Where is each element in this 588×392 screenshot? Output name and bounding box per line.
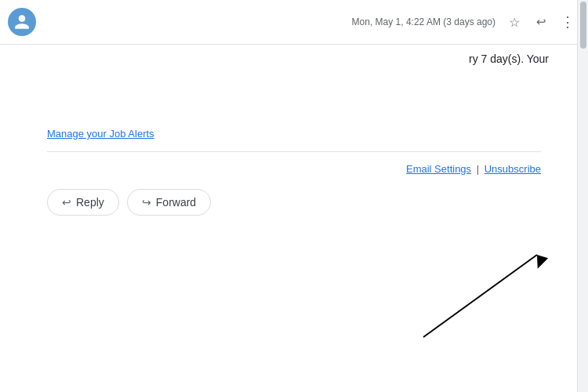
forward-btn-icon: ↪ bbox=[142, 196, 151, 209]
svg-marker-1 bbox=[531, 251, 549, 269]
email-divider bbox=[47, 151, 541, 152]
svg-line-0 bbox=[423, 255, 537, 337]
scrollbar-thumb[interactable] bbox=[580, 2, 586, 49]
reply-action-label: Reply bbox=[76, 196, 104, 209]
action-buttons: ↩ Reply ↪ Forward bbox=[39, 178, 549, 216]
email-container: Mon, May 1, 4:22 AM (3 days ago) ☆ ↩ ⋮ r… bbox=[0, 0, 588, 392]
forward-action-button[interactable]: ↪ Forward bbox=[127, 189, 211, 216]
annotation-arrow bbox=[416, 243, 557, 345]
email-body: ry 7 day(s). Your Manage your Job Alerts… bbox=[0, 45, 588, 216]
reply-action-button[interactable]: ↩ Reply bbox=[47, 189, 119, 216]
email-content-snippet: ry 7 day(s). Your bbox=[39, 45, 549, 65]
email-settings-link[interactable]: Email Settings bbox=[406, 163, 471, 175]
manage-job-alerts-link[interactable]: Manage your Job Alerts bbox=[47, 128, 154, 140]
email-header: Mon, May 1, 4:22 AM (3 days ago) ☆ ↩ ⋮ bbox=[0, 0, 588, 45]
header-right: Mon, May 1, 4:22 AM (3 days ago) ☆ ↩ ⋮ bbox=[352, 11, 579, 33]
timestamp: Mon, May 1, 4:22 AM (3 days ago) bbox=[352, 16, 495, 27]
star-icon: ☆ bbox=[509, 15, 520, 30]
more-options-button[interactable]: ⋮ bbox=[557, 11, 579, 33]
scrollbar[interactable] bbox=[577, 0, 588, 392]
avatar bbox=[8, 8, 36, 36]
more-icon: ⋮ bbox=[561, 15, 575, 29]
footer-separator: | bbox=[477, 163, 479, 175]
unsubscribe-link[interactable]: Unsubscribe bbox=[485, 163, 541, 175]
reply-btn-icon: ↩ bbox=[62, 196, 71, 209]
reply-button[interactable]: ↩ bbox=[530, 11, 552, 33]
footer-links: Email Settings | Unsubscribe bbox=[39, 160, 549, 178]
person-icon bbox=[13, 13, 31, 31]
reply-icon: ↩ bbox=[536, 15, 546, 29]
forward-action-label: Forward bbox=[156, 196, 196, 209]
star-button[interactable]: ☆ bbox=[503, 11, 525, 33]
